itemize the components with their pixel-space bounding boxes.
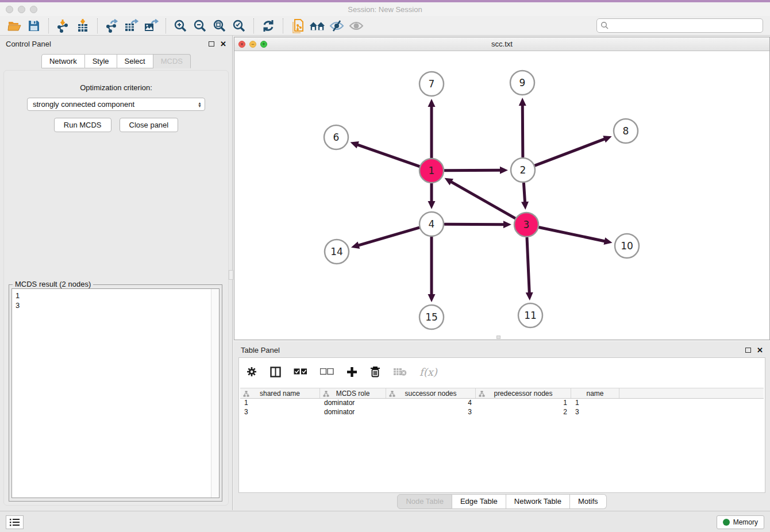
close-panel-icon[interactable]: ✕ [220, 40, 226, 48]
tab-edge-table[interactable]: Edge Table [452, 494, 506, 509]
table-row[interactable]: 3dominator323 [240, 408, 764, 417]
tab-node-table[interactable]: Node Table [397, 494, 452, 509]
edge-3-11[interactable] [527, 238, 529, 292]
export-network-button[interactable] [103, 18, 121, 34]
control-panel-title: Control Panel [6, 40, 209, 48]
zoom-selected-button[interactable] [230, 18, 248, 34]
table-cell[interactable]: 1 [571, 399, 619, 408]
export-table-icon [124, 19, 139, 33]
table-cell[interactable]: 2 [476, 408, 571, 417]
import-table-icon [76, 19, 90, 33]
column-header-name[interactable]: name [571, 388, 619, 398]
node-label-10: 10 [621, 240, 633, 252]
global-search-field[interactable] [596, 18, 763, 33]
task-history-button[interactable] [6, 515, 24, 529]
dropdown-stepper-icon: ▲▼ [198, 102, 202, 107]
optimization-criterion-label: Optimization criterion: [4, 83, 228, 92]
tab-select[interactable]: Select [117, 54, 153, 68]
function-builder-icon-disabled: f(x) [419, 366, 437, 378]
network-view-window: × − + scc.txt 1234678910111415 [234, 37, 770, 340]
deselect-all-icon[interactable] [320, 368, 334, 375]
toolbar-separator [165, 18, 166, 33]
import-network-icon [56, 19, 70, 33]
zoom-fit-button[interactable] [211, 18, 228, 34]
node-label-9: 9 [519, 77, 526, 88]
tab-network-table[interactable]: Network Table [506, 494, 570, 509]
table-cell[interactable]: dominator [320, 408, 386, 417]
tab-style[interactable]: Style [85, 54, 117, 68]
table-cell[interactable]: 4 [386, 399, 476, 408]
first-neighbors-button[interactable] [309, 18, 326, 34]
zoom-in-button[interactable] [172, 18, 189, 34]
import-table-button[interactable] [74, 18, 91, 34]
edge-arrowhead [521, 202, 529, 210]
table-cell[interactable]: 3 [386, 408, 476, 417]
memory-button[interactable]: Memory [717, 515, 764, 529]
edge-4-3[interactable] [445, 224, 503, 225]
run-mcds-button[interactable]: Run MCDS [54, 118, 111, 132]
export-table-button[interactable] [123, 18, 140, 34]
column-header-shared-name[interactable]: shared name [240, 388, 320, 398]
edge-1-2[interactable] [445, 170, 500, 171]
table-panel-title: Table Panel [241, 346, 745, 354]
tab-motifs[interactable]: Motifs [570, 494, 607, 509]
table-cell[interactable]: 3 [240, 408, 320, 417]
search-input[interactable] [609, 22, 763, 30]
hide-selected-button[interactable] [328, 18, 345, 34]
show-all-button[interactable] [348, 18, 365, 34]
column-header-successor-nodes[interactable]: successor nodes [386, 388, 476, 398]
float-panel-icon[interactable] [209, 41, 214, 47]
criterion-dropdown[interactable]: strongly connected component ▲▼ [27, 98, 205, 111]
table-cell[interactable]: dominator [320, 399, 386, 408]
zoom-out-button[interactable] [191, 18, 209, 34]
task-list-icon [10, 518, 20, 526]
new-network-from-selection-button[interactable] [289, 18, 306, 34]
mcds-result-title: MCDS result (2 nodes) [13, 280, 93, 288]
network-window-title: scc.txt [234, 40, 769, 48]
close-panel-button[interactable]: Close panel [120, 118, 179, 132]
node-label-11: 11 [524, 310, 537, 321]
neighbor-houses-icon [309, 20, 326, 32]
network-window-titlebar[interactable]: × − + scc.txt [234, 37, 769, 51]
mcds-result-group: MCDS result (2 nodes) 1 3 [9, 284, 222, 502]
save-session-button[interactable] [25, 18, 43, 34]
column-label: predecessor nodes [494, 390, 552, 398]
export-image-button[interactable] [143, 18, 160, 34]
edge-1-6[interactable] [358, 145, 419, 166]
apply-layout-button[interactable] [260, 18, 277, 34]
select-all-icon[interactable] [294, 368, 307, 375]
column-header-MCDS-role[interactable]: MCDS role [320, 388, 386, 398]
panel-splitter-grip[interactable] [229, 270, 233, 280]
edge-4-14[interactable] [359, 228, 419, 245]
table-float-icon[interactable] [745, 348, 751, 353]
tab-network[interactable]: Network [41, 54, 85, 68]
table-close-icon[interactable]: ✕ [757, 346, 763, 354]
add-row-icon[interactable] [346, 367, 357, 377]
table-cell[interactable]: 1 [476, 399, 571, 408]
network-graph[interactable]: 1234678910111415 [234, 51, 769, 340]
edge-2-8[interactable] [536, 139, 605, 165]
column-layout-icon[interactable] [270, 367, 281, 377]
edge-arrowhead [351, 141, 359, 148]
edge-2-3[interactable] [523, 183, 525, 202]
table-row[interactable]: 1dominator411 [240, 399, 764, 408]
table-cell[interactable]: 1 [240, 399, 320, 408]
node-label-6: 6 [333, 132, 340, 143]
mcds-result-text[interactable]: 1 3 [11, 288, 220, 498]
table-cell[interactable]: 3 [571, 408, 619, 417]
import-network-button[interactable] [55, 18, 72, 34]
settings-gear-icon[interactable] [246, 366, 257, 377]
column-header-predecessor-nodes[interactable]: predecessor nodes [476, 388, 571, 398]
open-session-button[interactable] [6, 18, 23, 34]
canvas-resize-grip[interactable] [496, 336, 500, 339]
edge-3-1[interactable] [452, 182, 515, 218]
result-scrollbar[interactable] [211, 289, 219, 498]
toolbar-separator [283, 18, 283, 33]
node-table-card: f(x) shared nameMCDS rolesuccessor nodes… [238, 357, 765, 493]
edge-arrowhead [428, 201, 436, 209]
edge-2-9[interactable] [522, 106, 523, 157]
delete-row-icon[interactable] [370, 366, 380, 377]
network-canvas[interactable]: 1234678910111415 [234, 51, 769, 340]
edge-3-10[interactable] [540, 228, 605, 241]
tab-mcds[interactable]: MCDS [153, 54, 191, 68]
